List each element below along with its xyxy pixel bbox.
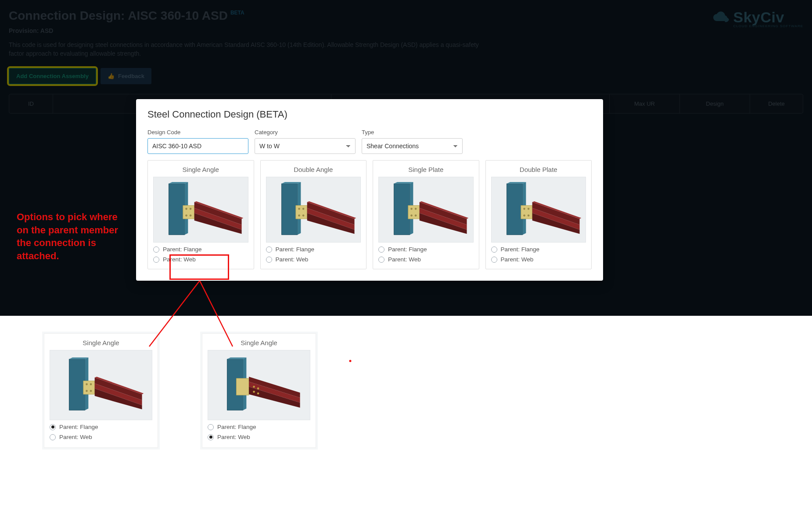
thumbs-up-icon: 👍	[108, 73, 115, 79]
example-card-flange: Single Angle Parent: Flange Parent: Web	[44, 333, 158, 448]
example-card-web: Single Angle Parent: Flange Parent: Web	[202, 333, 316, 448]
thumb-single-plate	[378, 177, 474, 243]
col-id: ID	[9, 94, 53, 113]
provision-label: Provision: ASD	[9, 27, 492, 34]
thumb-web-example	[208, 350, 310, 420]
add-connection-button[interactable]: Add Connection Assembly	[9, 68, 96, 84]
card-double-plate[interactable]: Double Plate Parent: Flange Parent: Web	[485, 160, 592, 269]
radio-parent-web[interactable]: Parent: Web	[266, 256, 361, 263]
design-code-input[interactable]	[147, 138, 248, 154]
radio-parent-web[interactable]: Parent: Web	[491, 256, 586, 263]
type-select[interactable]: Shear Connections	[362, 138, 463, 154]
thumb-double-plate	[491, 177, 586, 243]
radio-parent-flange[interactable]: Parent: Flange	[266, 246, 361, 253]
category-label: Category	[255, 129, 356, 136]
radio-parent-web[interactable]: Parent: Web	[378, 256, 474, 263]
radio-parent-flange[interactable]: Parent: Flange	[153, 246, 248, 253]
page-background: Connection Design: AISC 360-10 ASD BETA …	[0, 0, 812, 316]
radio-parent-flange[interactable]: Parent: Flange	[491, 246, 586, 253]
annotation-text: Options to pick where on the parent memb…	[17, 211, 122, 263]
radio-parent-web[interactable]: Parent: Web	[208, 434, 310, 440]
radio-parent-web[interactable]: Parent: Web	[50, 434, 152, 440]
card-single-angle[interactable]: Single Angle Parent: Flange Parent: Web	[147, 160, 254, 269]
thumb-single-angle	[153, 177, 248, 243]
design-code-label: Design Code	[147, 129, 248, 136]
logo: SkyCiv CLOUD ENGINEERING SOFTWARE	[711, 9, 804, 28]
radio-parent-flange[interactable]: Parent: Flange	[50, 424, 152, 430]
card-single-plate[interactable]: Single Plate Parent: Flange Parent: Web	[373, 160, 479, 269]
code-description: This code is used for designing steel co…	[9, 40, 492, 58]
radio-parent-flange[interactable]: Parent: Flange	[378, 246, 474, 253]
col-design: Design	[680, 94, 750, 113]
radio-parent-web[interactable]: Parent: Web	[153, 256, 248, 263]
connection-design-modal: Steel Connection Design (BETA) Design Co…	[136, 99, 603, 281]
category-select[interactable]: W to W	[255, 138, 356, 154]
modal-title: Steel Connection Design (BETA)	[147, 109, 592, 120]
thumb-double-angle	[266, 177, 361, 243]
page-title: Connection Design: AISC 360-10 ASD BETA	[9, 9, 492, 23]
type-label: Type	[362, 129, 463, 136]
radio-parent-flange[interactable]: Parent: Flange	[208, 424, 310, 430]
skyciv-cloud-icon	[711, 11, 731, 26]
feedback-button[interactable]: 👍 Feedback	[101, 68, 151, 84]
card-double-angle[interactable]: Double Angle Parent: Flange Parent: Web	[260, 160, 367, 269]
thumb-flange-example	[50, 350, 152, 420]
col-delete: Delete	[750, 94, 803, 113]
beta-badge: BETA	[230, 10, 244, 16]
col-maxur: Max UR	[610, 94, 680, 113]
